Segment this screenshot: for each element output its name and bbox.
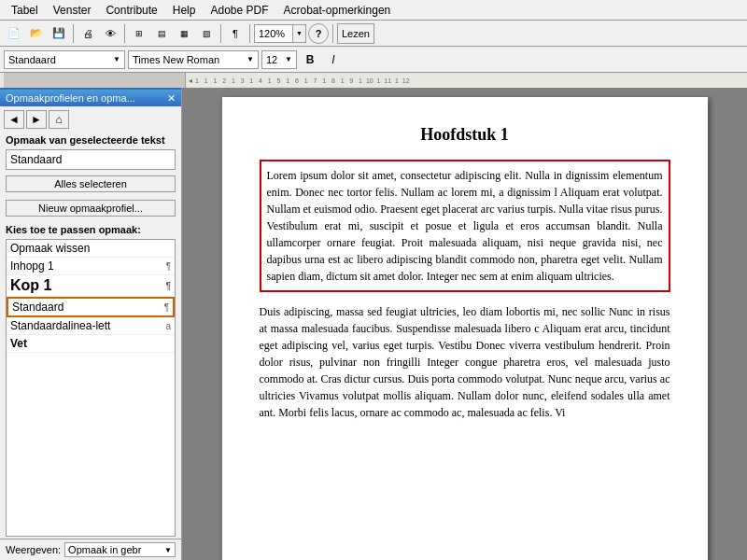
document-para-2: Duis adipiscing, massa sed feugiat ultri… <box>260 303 670 421</box>
bold-button[interactable]: B <box>300 50 320 69</box>
document-para-1-highlighted: Lorem ipsum dolor sit amet, consectetur … <box>260 160 670 292</box>
nav-back-button[interactable]: ◄ <box>4 110 24 129</box>
menu-bar: Tabel Venster Contribute Help Adobe PDF … <box>0 0 747 21</box>
style-dropdown[interactable]: Standaard ▼ <box>4 50 125 69</box>
weergeven-dropdown-arrow: ▼ <box>164 546 172 554</box>
format-bar: Standaard ▼ Times New Roman ▼ 12 ▼ B I <box>0 47 747 73</box>
menu-contribute[interactable]: Contribute <box>98 2 164 19</box>
style-vet[interactable]: Vet <box>7 335 175 353</box>
nieuw-profiel-button[interactable]: Nieuw opmaakprofiel... <box>6 200 176 217</box>
menu-adobe-pdf[interactable]: Adobe PDF <box>203 2 275 19</box>
toolbar: 📄 📂 💾 🖨 👁 ⊞ ▤ ▦ ▧ ¶ ▼ ? Lezen <box>0 21 747 47</box>
style-kop1[interactable]: Kop 1 ¶ <box>7 275 175 297</box>
document-area[interactable]: Hoofdstuk 1 Lorem ipsum dolor sit amet, … <box>182 88 747 560</box>
layout2-btn[interactable]: ▦ <box>174 23 194 44</box>
preview-btn[interactable]: 👁 <box>100 23 120 44</box>
panel-title: Opmaakprofielen en opma... <box>6 92 135 104</box>
panel-nav: ◄ ► ⌂ <box>0 106 181 131</box>
layout3-btn[interactable]: ▧ <box>196 23 217 44</box>
kies-label: Kies toe te passen opmaak: <box>0 220 181 237</box>
weergeven-label: Weergeven: <box>6 544 61 555</box>
menu-venster[interactable]: Venster <box>46 2 99 19</box>
panel-close-button[interactable]: ✕ <box>167 92 176 105</box>
ruler: ◂ 1 1 1 2 1 3 1 4 1 5 1 6 1 7 1 8 1 9 1 … <box>0 73 747 88</box>
menu-tabel[interactable]: Tabel <box>4 2 46 19</box>
italic-button[interactable]: I <box>323 50 344 69</box>
help-circle-btn[interactable]: ? <box>308 23 329 44</box>
style-dropdown-arrow: ▼ <box>113 55 120 63</box>
open-btn[interactable]: 📂 <box>26 23 47 44</box>
separator-4 <box>249 24 250 43</box>
new-btn[interactable]: 📄 <box>4 23 24 44</box>
style-standaard[interactable]: Standaard ¶ <box>7 297 175 317</box>
alles-selecteren-button[interactable]: Alles selecteren <box>6 175 176 192</box>
nav-home-button[interactable]: ⌂ <box>49 110 69 129</box>
separator-5 <box>332 24 333 43</box>
menu-acrobat[interactable]: Acrobat-opmerkingen <box>276 2 399 19</box>
weergeven-dropdown[interactable]: Opmaak in gebr ▼ <box>64 542 176 557</box>
style-opmaak-wissen[interactable]: Opmaak wissen <box>7 240 175 258</box>
ruler-content: ◂ 1 1 1 2 1 3 1 4 1 5 1 6 1 7 1 8 1 9 1 … <box>0 73 747 88</box>
size-dropdown[interactable]: 12 ▼ <box>261 50 297 69</box>
separator-1 <box>73 24 74 43</box>
style-inhopg1[interactable]: Inhopg 1 ¶ <box>7 258 175 275</box>
font-dropdown[interactable]: Times New Roman ▼ <box>128 50 259 69</box>
style-standaardalinea[interactable]: Standaardalinea-lett a <box>7 317 175 335</box>
section-label: Opmaak van geselecteerde tekst <box>0 131 181 147</box>
styles-panel: Opmaakprofielen en opma... ✕ ◄ ► ⌂ Opmaa… <box>0 88 182 560</box>
current-style-box: Standaard <box>6 149 176 170</box>
document-page: Hoofdstuk 1 Lorem ipsum dolor sit amet, … <box>222 97 708 560</box>
main-area: Opmaakprofielen en opma... ✕ ◄ ► ⌂ Opmaa… <box>0 88 747 560</box>
lezen-btn[interactable]: Lezen <box>337 23 374 44</box>
separator-2 <box>124 24 125 43</box>
save-btn[interactable]: 💾 <box>49 23 69 44</box>
panel-titlebar: Opmaakprofielen en opma... ✕ <box>0 90 181 106</box>
layout-btn[interactable]: ▤ <box>151 23 172 44</box>
size-dropdown-arrow: ▼ <box>285 55 292 63</box>
table-btn[interactable]: ⊞ <box>129 23 149 44</box>
menu-help[interactable]: Help <box>165 2 204 19</box>
font-dropdown-arrow: ▼ <box>247 55 254 63</box>
zoom-input[interactable] <box>255 25 292 42</box>
panel-footer: Weergeven: Opmaak in gebr ▼ <box>0 539 181 560</box>
para-btn[interactable]: ¶ <box>225 23 246 44</box>
print-btn[interactable]: 🖨 <box>78 23 98 44</box>
nav-forward-button[interactable]: ► <box>26 110 47 129</box>
document-heading: Hoofdstuk 1 <box>260 125 670 145</box>
separator-3 <box>220 24 221 43</box>
zoom-dropdown-btn[interactable]: ▼ <box>292 25 305 42</box>
styles-list[interactable]: Opmaak wissen Inhopg 1 ¶ Kop 1 ¶ Standaa… <box>6 239 176 537</box>
